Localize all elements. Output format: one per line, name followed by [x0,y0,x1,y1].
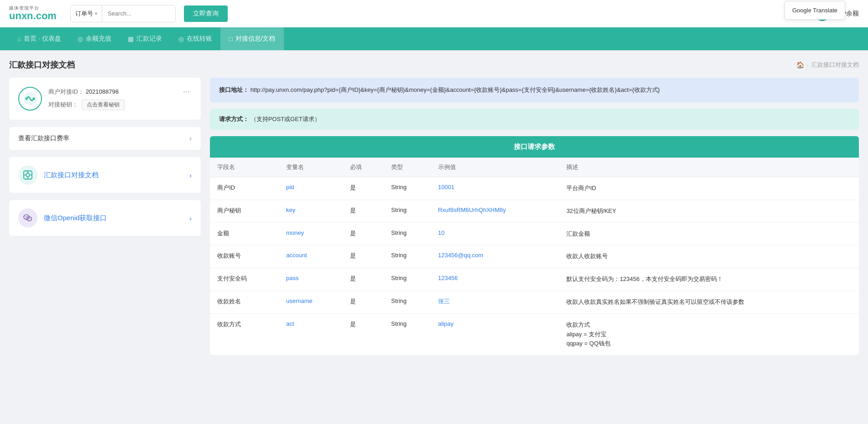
query-button[interactable]: 立即查询 [184,5,228,22]
recharge-icon: ◎ [78,35,83,42]
nav-recharge-label: 余额充值 [86,35,111,43]
params-table-wrapper: 接口请求参数 字段名 变量名 必填 类型 示例值 摘述 商户I [210,136,859,355]
content-area: 接口地址： http://pay.unxn.com/pay.php?pid={商… [210,78,859,355]
more-options-icon[interactable]: ··· [181,87,192,96]
records-icon: ▦ [128,35,134,42]
merchant-key-label: 对接秘钥： [48,101,78,109]
td-desc: 收款人收款账号 [559,245,859,268]
api-doc-label: 汇款接口对接文档 [44,171,99,180]
page-wrapper: 汇款接口对接文档 🏠 › 汇款接口对接文档 [0,50,868,364]
search-type-label: 订单号 [75,10,93,18]
request-method-box: 请求方式： （支持POST或GET请求） [210,109,859,130]
td-required: 是 [343,223,384,245]
td-type: String [384,245,431,268]
view-key-button[interactable]: 点击查看秘钥 [82,100,125,110]
translate-label: Google Translate [792,7,837,14]
params-table-body: 商户ID pid 是 String 10001 平台商户ID 商户秘钥 key … [210,177,859,355]
td-field: 金额 [210,223,279,245]
merchant-id-label: 商户对接ID： [48,88,84,95]
td-var: pass [279,268,343,291]
page-title: 汇款接口对接文档 [9,59,75,70]
table-row: 商户ID pid 是 String 10001 平台商户ID [210,177,859,200]
fee-card-label: 查看汇款接口费率 [18,134,69,143]
col-field: 字段名 [210,158,279,177]
table-row: 收款方式 act 是 String alipay 收款方式alipay = 支付… [210,313,859,355]
merchant-card: 商户对接ID： 2021088798 对接秘钥： 点击查看秘钥 ··· [9,78,201,120]
page-header: 汇款接口对接文档 🏠 › 汇款接口对接文档 [9,59,859,70]
td-var: money [279,223,343,245]
wechat-arrow-icon: › [189,214,192,222]
td-type: String [384,313,431,355]
td-field: 收款账号 [210,245,279,268]
search-type-select[interactable]: 订单号 ▾ [71,5,102,22]
td-var: act [279,313,343,355]
col-desc: 摘述 [559,158,859,177]
td-var: pid [279,177,343,200]
td-type: String [384,200,431,223]
main-layout: 商户对接ID： 2021088798 对接秘钥： 点击查看秘钥 ··· 查看汇款… [9,78,859,355]
breadcrumb-current: 汇款接口对接文档 [811,61,859,69]
chevron-down-icon: ▾ [95,11,97,16]
td-example: 10 [431,223,559,245]
td-field: 商户秘钥 [210,200,279,223]
td-desc: 32位商户秘钥/KEY [559,200,859,223]
merchant-id-value: 2021088798 [86,88,119,95]
search-input[interactable] [102,5,175,22]
td-desc: 收款人收款真实姓名如果不强制验证真实姓名可以留空或不传该参数 [559,291,859,314]
api-docs-icon: □ [229,35,232,42]
td-desc: 汇款金额 [559,223,859,245]
search-area: 订单号 ▾ [70,5,176,22]
td-required: 是 [343,177,384,200]
nav-recharge[interactable]: ◎ 余额充值 [69,27,120,50]
td-var: account [279,245,343,268]
nav-transfer-label: 在线转账 [187,35,212,43]
nav-api-docs-label: 对接信息/文档 [235,35,276,43]
table-row: 收款账号 account 是 String 123456@qq.com 收款人收… [210,245,859,268]
td-type: String [384,177,431,200]
api-url-box: 接口地址： http://pay.unxn.com/pay.php?pid={商… [210,78,859,102]
td-var: username [279,291,343,314]
nav-home[interactable]: ⌂ 首页 · 仪表盘 [9,27,69,50]
td-required: 是 [343,245,384,268]
api-doc-arrow-icon: › [189,171,192,179]
td-desc: 平台商户ID [559,177,859,200]
td-field: 收款姓名 [210,291,279,314]
request-method-label: 请求方式： [219,116,249,122]
merchant-details: 商户对接ID： 2021088798 对接秘钥： 点击查看秘钥 [48,88,175,110]
td-example: Rxuf8sRM6UrhQhXHM8y [431,200,559,223]
navigation: ⌂ 首页 · 仪表盘 ◎ 余额充值 ▦ 汇款记录 ◎ 在线转账 □ 对接信息/文… [0,27,868,50]
breadcrumb-home-icon: 🏠 [796,61,804,69]
fee-rate-card[interactable]: 查看汇款接口费率 › [9,127,201,150]
nav-records[interactable]: ▦ 汇款记录 [120,27,170,50]
td-example: alipay [431,313,559,355]
fee-card-arrow-icon: › [189,134,192,143]
wechat-label: 微信Openid获取接口 [44,214,107,223]
td-required: 是 [343,268,384,291]
td-type: String [384,223,431,245]
home-icon: ⌂ [17,35,21,42]
td-field: 收款方式 [210,313,279,355]
svg-point-4 [26,173,30,177]
nav-home-label: 首页 · 仪表盘 [24,35,61,43]
table-row: 金额 money 是 String 10 汇款金额 [210,223,859,245]
td-example: 张三 [431,291,559,314]
sidebar-item-wechat[interactable]: 微信Openid获取接口 › [9,200,201,236]
col-example: 示例值 [431,158,559,177]
logo: 媒体变现平台 unxn.com [9,5,57,21]
breadcrumb: 🏠 › 汇款接口对接文档 [796,61,859,69]
nav-api-docs[interactable]: □ 对接信息/文档 [220,27,283,50]
wechat-icon [18,208,37,228]
td-desc: 收款方式alipay = 支付宝qqpay = QQ钱包 [559,313,859,355]
td-field: 支付安全码 [210,268,279,291]
td-example: 123456@qq.com [431,245,559,268]
merchant-avatar [18,87,42,111]
breadcrumb-sep: › [807,62,809,69]
params-table-header: 接口请求参数 [210,136,859,158]
merchant-id-row: 商户对接ID： 2021088798 [48,88,175,96]
table-row: 收款姓名 username 是 String 张三 收款人收款真实姓名如果不强制… [210,291,859,314]
merchant-info: 商户对接ID： 2021088798 对接秘钥： 点击查看秘钥 ··· [18,87,192,111]
sidebar-item-api-doc[interactable]: 汇款接口对接文档 › [9,157,201,193]
td-type: String [384,268,431,291]
svg-point-1 [26,98,28,100]
nav-transfer[interactable]: ◎ 在线转账 [170,27,220,50]
